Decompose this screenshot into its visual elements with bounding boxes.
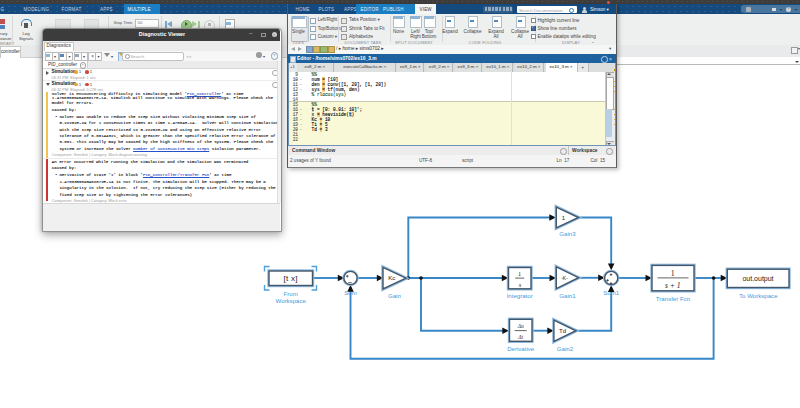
svg-text:Derivative: Derivative [507, 345, 535, 352]
svg-text:Transfer Fcn: Transfer Fcn [656, 295, 690, 302]
svg-text:Workspace: Workspace [276, 297, 307, 304]
svg-text:Integrator: Integrator [507, 292, 533, 299]
svg-text:[t x]: [t x] [284, 274, 298, 283]
svg-text:s + 1: s + 1 [665, 281, 681, 290]
svg-text:Gain2: Gain2 [557, 345, 574, 352]
svg-text:Td: Td [559, 328, 566, 334]
svg-text:Δu: Δu [517, 323, 524, 329]
svg-text:From: From [284, 290, 298, 297]
svg-text:-K-: -K- [561, 275, 568, 281]
svg-text:Δt: Δt [517, 334, 523, 340]
svg-text:To Workspace: To Workspace [739, 292, 778, 299]
svg-text:Sum1: Sum1 [603, 289, 620, 296]
svg-text:1: 1 [518, 270, 521, 277]
svg-text:1: 1 [671, 269, 675, 278]
svg-text:Gain3: Gain3 [559, 230, 576, 237]
svg-text:Gain: Gain [388, 292, 401, 299]
svg-text:out.output: out.output [742, 275, 773, 283]
svg-text:Gain1: Gain1 [559, 292, 576, 299]
svg-text:Kc: Kc [388, 274, 395, 281]
svg-text:Sum: Sum [344, 289, 357, 296]
